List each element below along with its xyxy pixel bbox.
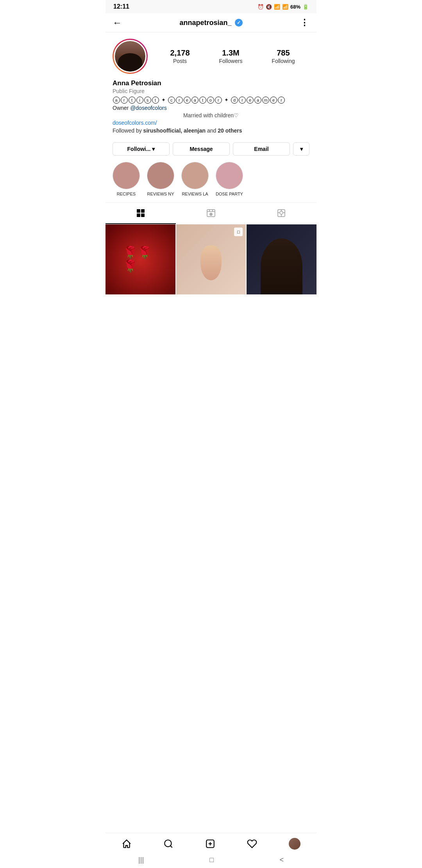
profile-section: 2,178 Posts 1.3M Followers 785 Following… [106,32,316,142]
profile-top: 2,178 Posts 1.3M Followers 785 Following [113,39,309,74]
header-username-area: annapetrosian_ ✓ [179,19,242,27]
profile-website-link[interactable]: doseofcolors.com/ [113,120,309,126]
verified-badge: ✓ [235,19,243,27]
status-icons: ⏰ 🔇 📶 📶 68% 🔋 [257,4,309,10]
action-buttons: Followi... ▾ Message Email ▾ [106,142,316,156]
svg-rect-3 [141,213,145,217]
highlights-row: RECIPES REVIEWS NY REVIEWS LA DOSE PARTY [106,162,316,203]
header: ← annapetrosian_ ✓ ⋮ [106,13,316,32]
status-time: 12:11 [113,3,129,10]
posts-count: 2,178 [170,48,190,57]
status-bar: 12:11 ⏰ 🔇 📶 📶 68% 🔋 [106,0,316,13]
username-text: annapetrosian_ [179,19,231,27]
following-button[interactable]: Followi... ▾ [113,142,170,156]
message-button[interactable]: Message [173,142,230,156]
followers-stat[interactable]: 1.3M Followers [219,48,242,65]
avatar-wrapper [113,39,148,74]
photo-grid: □ [106,224,316,294]
avatar-image [115,41,145,72]
back-button[interactable]: ← [113,17,122,28]
profile-bio-circles: artist ✦ creator ✦ dreamer [113,97,309,104]
following-stat[interactable]: 785 Following [272,48,295,65]
highlight-circle-recipes [113,162,140,189]
video-indicator: □ [234,228,243,236]
more-options-button[interactable]: ⋮ [300,18,309,28]
email-button[interactable]: Email [233,142,290,156]
profile-category: Public Figure [113,88,309,94]
highlight-circle-reviews-ny [147,162,174,189]
tab-grid[interactable] [106,203,176,224]
reels-icon [206,208,216,218]
more-dropdown-button[interactable]: ▾ [293,142,309,156]
signal-icon: 📶 [282,4,288,10]
profile-bio-owner: Owner @doseofcolors [113,105,309,111]
highlight-label-recipes: RECIPES [117,192,136,196]
avatar [114,40,147,73]
stats-row: 2,178 Posts 1.3M Followers 785 Following [156,48,309,65]
followers-label: Followers [219,58,242,64]
highlight-circle-reviews-la [181,162,209,189]
svg-point-9 [211,214,211,215]
highlight-label-dose-party: DOSE PARTY [216,192,243,196]
followers-count: 1.3M [219,48,242,57]
posts-label: Posts [173,58,187,64]
following-label: Following [272,58,295,64]
svg-rect-1 [141,209,145,213]
highlight-reviews-la[interactable]: REVIEWS LA [181,162,209,196]
photo-cell-3[interactable] [247,224,316,294]
tagged-icon [277,208,286,218]
photo-cell-1[interactable] [106,224,175,294]
highlight-label-reviews-ny: REVIEWS NY [147,192,174,196]
svg-rect-0 [137,209,140,213]
highlight-label-reviews-la: REVIEWS LA [182,192,208,196]
tab-reels[interactable] [176,203,246,224]
tab-bar [106,203,316,224]
mute-icon: 🔇 [266,4,272,10]
posts-stat[interactable]: 2,178 Posts [170,48,190,65]
followed-by-text: Followed by sirushoofficial, aleenjan an… [113,127,309,134]
following-dropdown-icon: ▾ [152,146,155,152]
tab-tagged[interactable] [246,203,316,224]
highlight-reviews-ny[interactable]: REVIEWS NY [147,162,174,196]
profile-name: Anna Petrosian [113,79,309,87]
battery-icon: 🔋 [302,4,309,10]
profile-bio-married: Married with children♡ [113,112,309,118]
svg-rect-2 [137,213,140,217]
highlight-dose-party[interactable]: DOSE PARTY [216,162,243,196]
battery-label: 68% [290,4,300,10]
svg-point-8 [210,213,212,215]
alarm-icon: ⏰ [257,4,264,10]
svg-point-11 [280,211,283,214]
photo-cell-2[interactable]: □ [176,224,246,294]
dose-of-colors-link[interactable]: @doseofcolors [130,105,167,111]
highlight-recipes[interactable]: RECIPES [113,162,140,196]
wifi-icon: 📶 [274,4,280,10]
grid-icon [136,208,145,218]
highlight-circle-dose-party [216,162,243,189]
following-count: 785 [272,48,295,57]
